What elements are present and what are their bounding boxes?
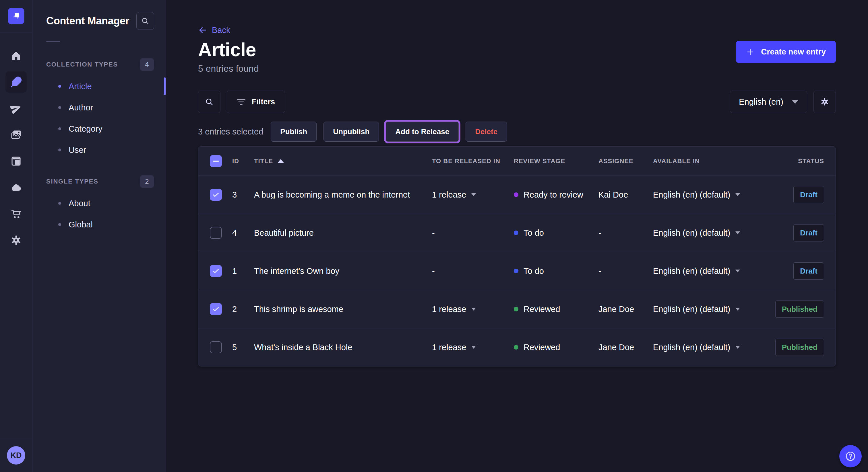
row-checkbox[interactable]: [210, 341, 222, 353]
row-checkbox[interactable]: [210, 303, 222, 315]
sidebar-item-global[interactable]: Global: [32, 214, 166, 235]
cell-release[interactable]: -: [432, 228, 514, 238]
cell-review-stage: Ready to review: [514, 190, 598, 200]
cell-review-stage: To do: [514, 228, 598, 238]
table-body: 3 A bug is becoming a meme on the intern…: [198, 175, 836, 366]
sidebar-search-button[interactable]: [136, 12, 154, 30]
filter-icon: [237, 99, 245, 105]
sidebar-item-author[interactable]: Author: [32, 97, 166, 118]
nav-rail: KD: [0, 0, 32, 472]
add-to-release-button[interactable]: Add to Release: [386, 122, 459, 142]
table-header-row: ID TITLE TO BE RELEASED IN REVIEW STAGE …: [198, 146, 836, 175]
help-button[interactable]: [839, 445, 862, 467]
publish-button[interactable]: Publish: [271, 122, 317, 142]
row-checkbox[interactable]: [210, 265, 222, 277]
status-badge: Draft: [794, 262, 824, 279]
marketplace-cart-icon[interactable]: [5, 203, 27, 225]
content-manager-icon[interactable]: [5, 71, 27, 93]
table-row[interactable]: 2 This shrimp is awesome 1 release Revie…: [198, 290, 836, 328]
cell-assignee: Kai Doe: [598, 190, 653, 200]
select-all-checkbox[interactable]: [210, 155, 222, 167]
cell-title: What's inside a Black Hole: [254, 343, 432, 352]
locale-label: English (en) (default): [653, 266, 730, 276]
cell-locale[interactable]: English (en) (default): [653, 305, 774, 314]
sidebar-item-about[interactable]: About: [32, 193, 166, 214]
content-type-builder-icon[interactable]: [5, 150, 27, 172]
cell-locale[interactable]: English (en) (default): [653, 190, 774, 200]
releases-icon[interactable]: [5, 98, 27, 119]
stage-dot: [514, 269, 518, 273]
rail-bottom: KD: [0, 440, 32, 472]
status-badge: Published: [775, 339, 824, 356]
column-header-assignee[interactable]: ASSIGNEE: [598, 158, 653, 165]
back-link[interactable]: Back: [198, 25, 230, 35]
sidebar-item-user[interactable]: User: [32, 139, 166, 161]
locale-label: English (en) (default): [653, 305, 730, 314]
table-row[interactable]: 3 A bug is becoming a meme on the intern…: [198, 175, 836, 214]
filters-button[interactable]: Filters: [227, 91, 285, 113]
sidebar-divider: [46, 41, 60, 42]
table-row[interactable]: 1 The internet's Own boy - To do - Engli…: [198, 252, 836, 290]
column-header-available-in[interactable]: AVAILABLE IN: [653, 158, 774, 165]
release-label: -: [432, 266, 435, 276]
logo-cell: [0, 0, 32, 32]
app-root: KD Content Manager COLLECTION TYPES 4 Ar…: [0, 0, 868, 472]
column-header-title[interactable]: TITLE: [254, 158, 432, 165]
home-icon[interactable]: [5, 45, 27, 66]
sidebar-item-label: About: [69, 199, 90, 208]
column-header-status[interactable]: STATUS: [774, 158, 824, 165]
bullet-icon: [58, 148, 61, 151]
bullet-icon: [58, 85, 61, 88]
cell-id: 1: [228, 266, 254, 276]
bullet-icon: [58, 202, 61, 205]
locale-chevron-icon: [735, 270, 740, 272]
column-header-release[interactable]: TO BE RELEASED IN: [432, 158, 514, 165]
sidebar-item-category[interactable]: Category: [32, 118, 166, 139]
release-label: 1 release: [432, 190, 466, 200]
delete-button[interactable]: Delete: [466, 122, 507, 142]
sidebar-item-label: Category: [69, 124, 102, 134]
locale-chevron-icon: [735, 193, 740, 196]
cell-assignee: Jane Doe: [598, 343, 653, 352]
locale-select[interactable]: English (en): [730, 91, 807, 113]
locale-label: English (en) (default): [653, 228, 730, 238]
cell-locale[interactable]: English (en) (default): [653, 266, 774, 276]
stage-label: Ready to review: [524, 190, 583, 200]
cell-release[interactable]: 1 release: [432, 343, 514, 352]
locale-value: English (en): [739, 97, 783, 107]
cell-id: 4: [228, 228, 254, 238]
search-button[interactable]: [198, 91, 220, 113]
cell-locale[interactable]: English (en) (default): [653, 343, 774, 352]
cell-release[interactable]: 1 release: [432, 190, 514, 200]
unpublish-button[interactable]: Unpublish: [323, 122, 379, 142]
view-settings-button[interactable]: [813, 91, 836, 113]
column-header-review-stage[interactable]: REVIEW STAGE: [514, 158, 598, 165]
main-content: Back Article 5 entries found Create new …: [166, 0, 868, 472]
row-checkbox[interactable]: [210, 189, 222, 201]
create-new-entry-button[interactable]: Create new entry: [736, 41, 836, 63]
media-library-icon[interactable]: [5, 124, 27, 145]
sidebar-item-label: Author: [69, 103, 93, 112]
cell-assignee: Jane Doe: [598, 305, 653, 314]
sidebar-item-label: Article: [69, 82, 92, 91]
cloud-icon[interactable]: [5, 177, 27, 198]
user-avatar[interactable]: KD: [7, 446, 25, 465]
cell-release[interactable]: 1 release: [432, 305, 514, 314]
cell-locale[interactable]: English (en) (default): [653, 228, 774, 238]
create-new-entry-label: Create new entry: [761, 47, 826, 57]
table-row[interactable]: 4 Beautiful picture - To do - English (e…: [198, 214, 836, 252]
sidebar-item-article[interactable]: Article: [32, 76, 166, 97]
locale-chevron-icon: [735, 231, 740, 234]
row-checkbox[interactable]: [210, 227, 222, 239]
cell-release[interactable]: -: [432, 266, 514, 276]
cell-status: Published: [774, 301, 824, 318]
page-title: Article: [198, 39, 259, 60]
bullet-icon: [58, 106, 61, 109]
release-label: 1 release: [432, 305, 466, 314]
table-row[interactable]: 5 What's inside a Black Hole 1 release R…: [198, 328, 836, 366]
status-badge: Draft: [794, 224, 824, 241]
settings-gear-icon[interactable]: [5, 230, 27, 251]
column-header-id[interactable]: ID: [228, 158, 254, 165]
cell-id: 2: [228, 305, 254, 314]
bullet-icon: [58, 127, 61, 130]
